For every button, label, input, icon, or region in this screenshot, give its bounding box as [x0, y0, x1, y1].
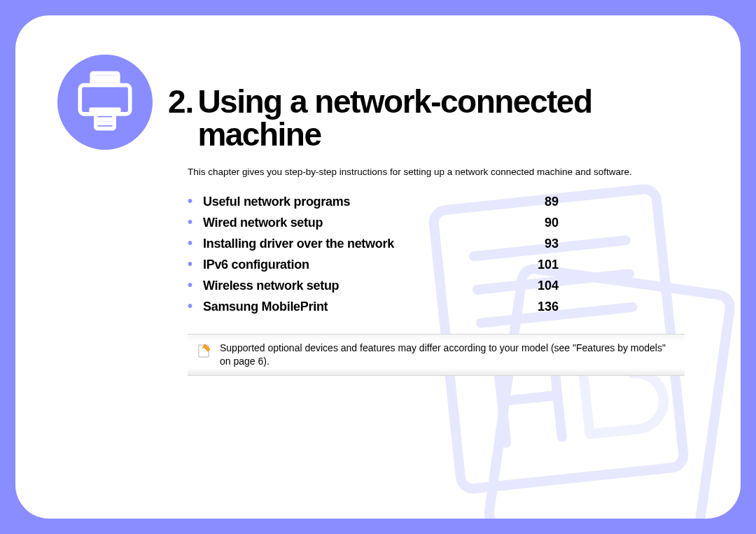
toc-entry-page: 101	[517, 258, 559, 272]
toc-entry[interactable]: • IPv6 configuration 101	[188, 257, 685, 272]
bullet-icon: •	[188, 299, 203, 313]
bullet-icon: •	[188, 257, 203, 271]
printer-icon	[72, 69, 138, 135]
chapter-intro-text: This chapter gives you step-by-step inst…	[188, 167, 685, 177]
bullet-icon: •	[188, 236, 203, 250]
bullet-icon: •	[188, 194, 203, 208]
toc-entry-title: Samsung MobilePrint	[203, 300, 328, 314]
toc-entry-page: 89	[517, 195, 559, 209]
toc-entry[interactable]: • Installing driver over the network 93	[188, 236, 685, 251]
toc-entry-title: Useful network programs	[203, 195, 350, 209]
toc-entry[interactable]: • Wired network setup 90	[188, 215, 685, 230]
table-of-contents: • Useful network programs 89 • Wired net…	[188, 194, 685, 314]
note-icon	[197, 342, 211, 361]
chapter-title-block: 2. Using a network-connected machine	[168, 85, 685, 151]
toc-entry-page: 93	[517, 237, 559, 251]
toc-entry-title: Installing driver over the network	[203, 237, 394, 251]
toc-entry-page: 104	[517, 279, 559, 293]
toc-entry-title: Wired network setup	[203, 216, 323, 230]
bullet-icon: •	[188, 215, 203, 229]
toc-entry-page: 90	[517, 216, 559, 230]
toc-entry-title: Wireless network setup	[203, 279, 339, 293]
chapter-icon-circle	[57, 55, 153, 150]
toc-entry-page: 136	[517, 300, 559, 314]
chapter-heading: Using a network-connected machine	[197, 85, 685, 151]
content-area: 2. Using a network-connected machine Thi…	[168, 85, 685, 376]
bullet-icon: •	[188, 278, 203, 292]
document-page: 2. Using a network-connected machine Thi…	[15, 15, 741, 519]
note-text: Supported optional devices and features …	[220, 342, 673, 368]
chapter-number: 2.	[168, 85, 193, 118]
toc-entry[interactable]: • Wireless network setup 104	[188, 278, 685, 293]
toc-entry[interactable]: • Samsung MobilePrint 136	[188, 299, 685, 314]
toc-entry-title: IPv6 configuration	[203, 258, 309, 272]
toc-entry[interactable]: • Useful network programs 89	[188, 194, 685, 209]
note-box: Supported optional devices and features …	[188, 334, 685, 376]
